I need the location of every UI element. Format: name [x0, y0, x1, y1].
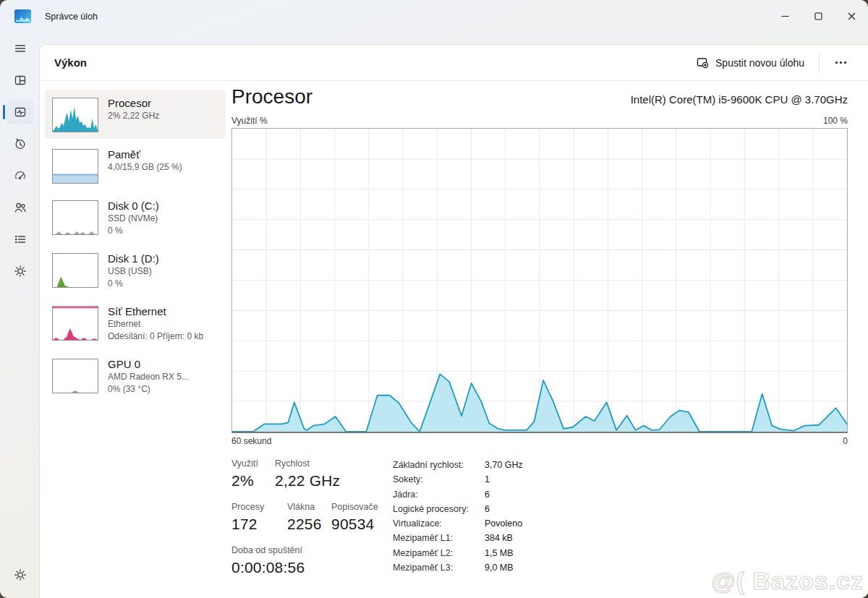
maximize-button[interactable]: [801, 0, 835, 33]
x-axis-left-label: 60 sekund: [231, 436, 271, 446]
page-header: Výkon Spustit novou úlohu: [40, 45, 868, 81]
device-subtitle: 2% 2,22 GHz: [108, 110, 220, 122]
detail-label: Logické procesory:: [393, 502, 485, 516]
detail-label: Jádra:: [393, 487, 485, 502]
sidebar-item-startup-apps[interactable]: [0, 160, 40, 192]
device-item-disk0[interactable]: Disk 0 (C:) SSD (NVMe) 0 %: [45, 192, 226, 243]
device-subtitle: 4,0/15,9 GB (25 %): [108, 161, 220, 174]
run-new-task-label: Spustit novou úlohu: [715, 57, 804, 69]
stat-label-utilization: Využití: [231, 458, 275, 470]
ethernet-mini-chart: [52, 306, 98, 341]
stat-label-speed: Rychlost: [275, 458, 382, 470]
detail-label: Základní rychlost:: [393, 458, 485, 472]
device-subtitle: Ethernet: [108, 318, 220, 330]
navigation-rail: [0, 33, 40, 598]
more-options-icon: [835, 61, 838, 64]
sidebar-item-processes[interactable]: [0, 64, 40, 96]
stat-value-utilization: 2%: [231, 470, 275, 492]
device-item-cpu[interactable]: Procesor 2% 2,22 GHz: [45, 90, 226, 139]
cpu-usage-chart: [231, 128, 848, 433]
menu-icon: [7, 36, 34, 61]
cpu-panel: Procesor Intel(R) Core(TM) i5-9600K CPU …: [231, 85, 848, 578]
run-new-task-button[interactable]: Spustit novou úlohu: [689, 53, 812, 73]
processes-icon: [7, 68, 34, 93]
device-subtitle: SSD (NVMe): [108, 213, 220, 225]
detail-value: 3,70 GHz: [485, 458, 523, 472]
window-controls: [768, 0, 868, 33]
close-button[interactable]: [835, 0, 868, 33]
sidebar-item-app-history[interactable]: [0, 128, 40, 160]
device-title: Síť Ethernet: [108, 304, 220, 318]
stat-value-threads: 2256: [287, 513, 331, 535]
device-title: GPU 0: [108, 357, 220, 371]
device-subtitle: AMD Radeon RX 5...: [108, 371, 220, 383]
selected-indicator: [3, 105, 5, 119]
stat-value-processes: 172: [231, 513, 287, 535]
cpu-details: Základní rychlost:3,70 GHz Sokety:1 Jádr…: [393, 458, 523, 578]
x-axis-right-label: 0: [843, 436, 848, 446]
stat-value-uptime: 0:00:08:56: [231, 557, 382, 578]
cpu-stats: Využití Rychlost 2% 2,22 GHz Procesy Vlá…: [231, 458, 848, 578]
users-icon: [7, 195, 34, 220]
task-manager-window: Správce úloh: [0, 0, 868, 598]
app-history-icon: [7, 132, 34, 156]
content-card: Výkon Spustit novou úlohu Procesor 2% 2,…: [40, 45, 868, 598]
y-axis-max-label: 100 %: [823, 116, 848, 126]
settings-icon: [13, 568, 27, 582]
device-subtitle: USB (USB): [108, 265, 220, 278]
run-new-task-icon: [697, 57, 709, 69]
detail-label: Mezipaměť L3:: [393, 560, 485, 575]
detail-value: 1: [485, 472, 523, 487]
device-subtitle2: 0 %: [108, 225, 220, 237]
disk0-mini-chart: [52, 200, 98, 235]
gpu-mini-chart: [52, 359, 98, 393]
y-axis-label: Využití %: [231, 116, 268, 126]
detail-value: 6: [485, 487, 523, 502]
startup-apps-icon: [7, 163, 34, 188]
performance-icon: [7, 100, 34, 124]
minimize-button[interactable]: [768, 0, 801, 33]
sidebar-item-users[interactable]: [0, 192, 40, 223]
services-icon: [7, 259, 34, 283]
device-title: Disk 0 (C:): [108, 199, 220, 213]
cpu-mini-chart: [52, 98, 98, 132]
stat-label-threads: Vlákna: [287, 501, 331, 513]
stat-value-speed: 2,22 GHz: [275, 470, 382, 492]
performance-device-list: Procesor 2% 2,22 GHz Paměť 4,0/15,9 GB (…: [45, 90, 226, 403]
more-options-button[interactable]: [827, 54, 855, 71]
detail-value: 6: [485, 502, 523, 516]
stat-value-handles: 90534: [331, 513, 382, 535]
device-item-memory[interactable]: Paměť 4,0/15,9 GB (25 %): [45, 141, 226, 190]
stat-label-handles: Popisovače: [331, 501, 382, 513]
memory-mini-chart: [52, 149, 98, 184]
detail-label: Virtualizace:: [393, 516, 485, 531]
sidebar-item-performance[interactable]: [0, 96, 40, 128]
device-subtitle2: 0% (33 °C): [108, 383, 220, 396]
detail-value: 9,0 MB: [485, 560, 523, 575]
device-subtitle2: Odesílání: 0 Příjem: 0 kb: [108, 330, 220, 343]
disk1-mini-chart: [52, 253, 98, 288]
device-item-disk1[interactable]: Disk 1 (D:) USB (USB) 0 %: [45, 245, 226, 296]
detail-value: Povoleno: [485, 516, 523, 531]
sidebar-item-services[interactable]: [0, 255, 40, 287]
detail-label: Sokety:: [393, 472, 485, 487]
page-title: Výkon: [54, 56, 87, 69]
device-title: Paměť: [108, 148, 220, 161]
sidebar-item-details[interactable]: [0, 223, 40, 255]
device-title: Procesor: [108, 96, 220, 110]
menu-button[interactable]: [0, 33, 40, 64]
window-title: Správce úloh: [45, 12, 98, 22]
cpu-model-name: Intel(R) Core(TM) i5-9600K CPU @ 3.70GHz: [631, 93, 848, 106]
details-icon: [7, 227, 34, 252]
task-manager-app-icon: [14, 9, 31, 23]
detail-label: Mezipaměť L1:: [393, 531, 485, 545]
stat-label-uptime: Doba od spuštění: [231, 544, 382, 557]
device-item-ethernet[interactable]: Síť Ethernet Ethernet Odesílání: 0 Příje…: [45, 298, 226, 349]
detail-value: 384 kB: [485, 531, 523, 545]
settings-button[interactable]: [0, 559, 40, 591]
device-subtitle2: 0 %: [108, 278, 220, 290]
device-item-gpu[interactable]: GPU 0 AMD Radeon RX 5... 0% (33 °C): [45, 351, 226, 401]
device-title: Disk 1 (D:): [108, 252, 220, 265]
header-divider: [819, 54, 820, 72]
cpu-panel-title: Procesor: [231, 85, 312, 108]
